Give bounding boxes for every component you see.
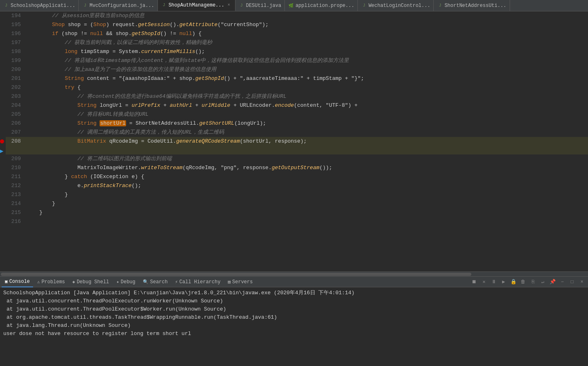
line-content-215[interactable]: } <box>24 208 588 217</box>
breakpoint-col-196[interactable] <box>0 29 6 38</box>
tab-label-tab4: DESUtil.java <box>246 3 281 9</box>
tab-tab1[interactable]: JSchoolshopApplicati... <box>0 0 79 11</box>
line-content-194[interactable]: // 从session里获取当前shop的信息 <box>24 11 588 20</box>
breakpoint-col-205[interactable] <box>0 110 6 119</box>
bottom-tab-label-servers: Servers <box>232 279 253 285</box>
breakpoint-col-204[interactable] <box>0 101 6 110</box>
tab-icon-tab2: J <box>82 3 88 9</box>
scroll-thumb[interactable] <box>1 273 471 276</box>
tab-icon-tab7: J <box>437 3 443 9</box>
tab-tab6[interactable]: JWechatLoginControl... <box>358 0 434 11</box>
line-content-200[interactable]: // 加上aaa是为了一会的在添加信息的方法里替换这些信息使用 <box>24 65 588 74</box>
clear-icon[interactable]: 🗑 <box>519 278 528 287</box>
bottom-tab-console[interactable]: ▣Console <box>2 277 33 287</box>
line-content-197[interactable]: // 获取当前时间戳，以保证二维码的时间有效性，精确到毫秒 <box>24 38 588 47</box>
bottom-tab-search[interactable]: 🔍Search <box>140 277 171 287</box>
breakpoint-col-202[interactable] <box>0 83 6 92</box>
maximize-icon[interactable]: □ <box>568 278 577 287</box>
breakpoint-col-203[interactable] <box>0 92 6 101</box>
terminate-icon[interactable]: ✕ <box>479 278 488 287</box>
bottom-tab-servers[interactable]: ▤Servers <box>224 277 256 287</box>
line-content-202[interactable]: try { <box>24 83 588 92</box>
breakpoint-dot-208 <box>0 139 4 143</box>
line-content-208[interactable]: BitMatrix qRcodeImg = CodeUtil.generateQ… <box>24 137 588 154</box>
line-content-209[interactable]: // 将二维码以图片流的形式输出到前端 <box>24 154 588 163</box>
bottom-panel: ▣Console⚠Problems◈Debug Shell✦Debug🔍Sear… <box>0 276 588 366</box>
breakpoint-col-208[interactable]: ▶ <box>0 137 6 154</box>
line-content-213[interactable]: } <box>24 190 588 199</box>
stop-icon[interactable]: ⏹ <box>470 278 479 287</box>
bottom-tab-debug[interactable]: ✦Debug <box>113 277 139 287</box>
breakpoint-col-199[interactable] <box>0 56 6 65</box>
line-content-203[interactable]: // 将content的信息先进行base64编码以避免特殊字符造成的干扰，之后… <box>24 92 588 101</box>
tab-tab5[interactable]: 🌿application.prope... <box>285 0 358 11</box>
line-number-207: 207 <box>6 128 24 137</box>
line-number-212: 212 <box>6 181 24 190</box>
breakpoint-col-201[interactable] <box>0 74 6 83</box>
line-number-214: 214 <box>6 199 24 208</box>
line-content-196[interactable]: if (shop != null && shop.getShopId() != … <box>24 29 588 38</box>
code-area[interactable]: 194 // 从session里获取当前shop的信息195 Shop shop… <box>0 11 588 271</box>
bottom-tab-problems[interactable]: ⚠Problems <box>34 277 68 287</box>
bottom-tab-icon-call_hierarchy: ⚡ <box>175 279 178 284</box>
bottom-tab-icon-search: 🔍 <box>143 279 149 284</box>
line-content-207[interactable]: // 调用二维码生成的工具类方法，传入短的URL，生成二维码 <box>24 128 588 137</box>
line-content-199[interactable]: // 将店铺id和timestamp传入content，赋值到state中，这样… <box>24 56 588 65</box>
breakpoint-col-211[interactable] <box>0 172 6 181</box>
resume-icon[interactable]: ▶ <box>499 278 508 287</box>
breakpoint-col-209[interactable] <box>0 154 6 163</box>
code-scroll[interactable]: 194 // 从session里获取当前shop的信息195 Shop shop… <box>0 11 588 271</box>
tab-label-tab1: SchoolshopApplicati... <box>11 3 75 9</box>
bottom-tab-icon-servers: ▤ <box>228 279 231 284</box>
console-content[interactable]: SchoolshopApplication [Java Application]… <box>0 287 588 366</box>
breakpoint-col-207[interactable] <box>0 128 6 137</box>
bottom-tab-call_hierarchy[interactable]: ⚡Call Hierarchy <box>172 277 224 287</box>
breakpoint-col-212[interactable] <box>0 181 6 190</box>
line-content-214[interactable]: } <box>24 199 588 208</box>
close-icon[interactable]: × <box>577 278 586 287</box>
tab-tab4[interactable]: JDESUtil.java <box>235 0 285 11</box>
pin-icon[interactable]: 📌 <box>548 278 557 287</box>
bottom-tab-label-debug_shell: Debug Shell <box>77 279 109 285</box>
horizontal-scrollbar[interactable] <box>0 271 588 276</box>
breakpoint-col-213[interactable] <box>0 190 6 199</box>
copy-icon[interactable]: ⎘ <box>528 278 537 287</box>
pause-icon[interactable]: ⏸ <box>489 278 498 287</box>
line-content-206[interactable]: String shortUrl = ShortNetAddressUtil.ge… <box>24 119 588 128</box>
tab-tab3[interactable]: JShopAuthManageme...× <box>158 0 235 11</box>
line-content-205[interactable]: // 将目标URL转换成短的URL <box>24 110 588 119</box>
breakpoint-col-216[interactable] <box>0 217 6 226</box>
console-stack-line-1: at java.util.concurrent.ThreadPoolExecut… <box>3 305 585 313</box>
line-content-201[interactable]: String content = "{aaashopIdaaa:" + shop… <box>24 74 588 83</box>
code-line-201: 201 String content = "{aaashopIdaaa:" + … <box>0 74 588 83</box>
tab-tab2[interactable]: JMvcConfiguration.ja... <box>79 0 158 11</box>
minimize-icon[interactable]: − <box>558 278 567 287</box>
code-line-208: ▶208 BitMatrix qRcodeImg = CodeUtil.gene… <box>0 137 588 154</box>
tab-label-tab5: application.prope... <box>295 3 354 9</box>
line-content-195[interactable]: Shop shop = (Shop) request.getSession().… <box>24 20 588 29</box>
wrap-icon[interactable]: ↵ <box>538 278 547 287</box>
code-line-215: 215 } <box>0 208 588 217</box>
breakpoint-col-198[interactable] <box>0 47 6 56</box>
line-content-198[interactable]: long timpStamp = System.currentTimeMilli… <box>24 47 588 56</box>
breakpoint-col-200[interactable] <box>0 65 6 74</box>
breakpoint-col-195[interactable] <box>0 20 6 29</box>
breakpoint-col-210[interactable] <box>0 163 6 172</box>
line-content-212[interactable]: e.printStackTrace(); <box>24 181 588 190</box>
breakpoint-col-194[interactable] <box>0 11 6 20</box>
line-content-216[interactable] <box>24 217 588 226</box>
console-error-line: user dose not have resource to register … <box>3 330 585 338</box>
breakpoint-col-197[interactable] <box>0 38 6 47</box>
line-content-210[interactable]: MatrixToImageWriter.writeToStream(qRcode… <box>24 163 588 172</box>
bottom-tab-icon-debug: ✦ <box>116 279 119 284</box>
breakpoint-col-214[interactable] <box>0 199 6 208</box>
tab-close-tab3[interactable]: × <box>226 2 232 8</box>
scroll-lock-icon[interactable]: 🔒 <box>509 278 518 287</box>
breakpoint-col-206[interactable] <box>0 119 6 128</box>
tab-tab7[interactable]: JShortNetAddressUti... <box>434 0 510 11</box>
breakpoint-col-215[interactable] <box>0 208 6 217</box>
bottom-tab-debug_shell[interactable]: ◈Debug Shell <box>69 277 112 287</box>
line-content-211[interactable]: } catch (IOException e) { <box>24 172 588 181</box>
line-number-194: 194 <box>6 11 24 20</box>
line-content-204[interactable]: String longUrl = urlPrefix + authUrl + u… <box>24 101 588 110</box>
